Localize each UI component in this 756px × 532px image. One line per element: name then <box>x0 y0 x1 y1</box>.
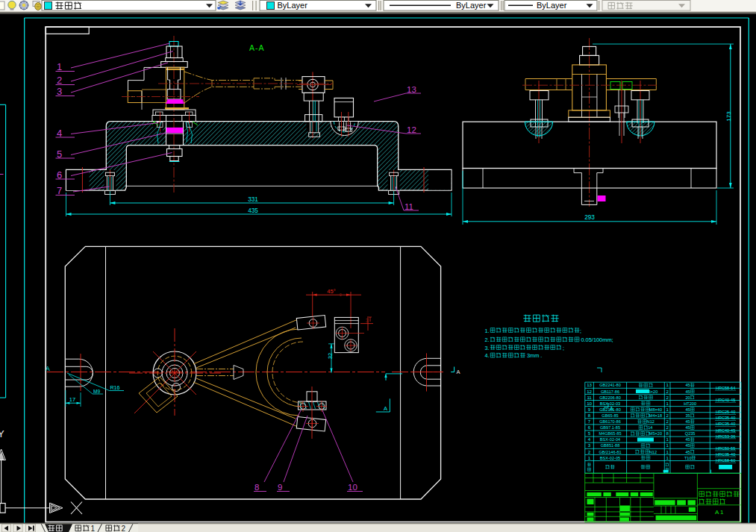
svg-text:9: 9 <box>588 407 591 412</box>
svg-text:4: 4 <box>57 128 62 139</box>
svg-text:HRC40-45: HRC40-45 <box>716 398 735 402</box>
svg-text:12: 12 <box>587 389 592 394</box>
svg-text:435: 435 <box>248 207 258 214</box>
svg-text:A: A <box>384 405 387 412</box>
svg-text:1: 1 <box>666 442 669 448</box>
svg-text:7: 7 <box>588 419 591 424</box>
svg-text:45°: 45° <box>327 288 335 295</box>
svg-text:13: 13 <box>407 85 416 94</box>
svg-text:10: 10 <box>348 483 357 492</box>
svg-text:45: 45 <box>685 419 690 424</box>
svg-text:32: 32 <box>327 353 334 359</box>
svg-text:BSX-02-03: BSX-02-03 <box>600 401 620 406</box>
svg-text:8: 8 <box>588 413 591 418</box>
svg-text:M4GB65-85: M4GB65-85 <box>599 431 621 436</box>
svg-text:45: 45 <box>685 407 690 412</box>
svg-text:13: 13 <box>587 382 592 387</box>
svg-text:1: 1 <box>588 455 591 460</box>
svg-text:5: 5 <box>588 431 591 436</box>
svg-text:9: 9 <box>278 483 282 492</box>
svg-text:BSX-02-04: BSX-02-04 <box>600 437 620 442</box>
svg-text:1: 1 <box>666 436 669 442</box>
svg-text:11: 11 <box>404 202 413 211</box>
svg-text:A: A <box>457 369 460 375</box>
svg-text:HRC58-64: HRC58-64 <box>716 386 735 390</box>
svg-text:ByLayer: ByLayer <box>537 1 567 10</box>
svg-text:17: 17 <box>69 396 75 403</box>
svg-text:2: 2 <box>57 75 62 86</box>
svg-text:ByLayer: ByLayer <box>456 1 487 10</box>
svg-text:3mm .: 3mm . <box>527 352 543 359</box>
svg-text:5: 5 <box>57 148 62 160</box>
svg-text:HRC35-40: HRC35-40 <box>716 422 735 426</box>
svg-text:HRC35-40: HRC35-40 <box>716 416 735 420</box>
svg-text:HRC25-40: HRC25-40 <box>716 410 735 414</box>
svg-text:45: 45 <box>685 425 690 430</box>
svg-text:45: 45 <box>685 450 690 454</box>
svg-text:14: 14 <box>648 425 652 430</box>
svg-text:45: 45 <box>685 383 690 387</box>
svg-text:1: 1 <box>666 401 669 406</box>
svg-text:M5×20: M5×20 <box>649 431 662 436</box>
svg-text:GB6170-86: GB6170-86 <box>599 419 621 424</box>
svg-text:HRC58-60: HRC58-60 <box>716 458 735 463</box>
svg-text:T10: T10 <box>684 456 692 460</box>
svg-text:N12: N12 <box>649 450 657 454</box>
svg-text:A 1: A 1 <box>715 509 724 516</box>
svg-text:293: 293 <box>584 214 595 221</box>
svg-text:4.: 4. <box>485 352 490 359</box>
svg-text:2: 2 <box>666 395 669 400</box>
svg-text:HRC53-36: HRC53-36 <box>716 434 735 439</box>
svg-text:2: 2 <box>666 425 669 430</box>
svg-text:GB117-86: GB117-86 <box>601 389 619 394</box>
svg-text:HT200: HT200 <box>684 401 696 406</box>
svg-text:35: 35 <box>685 413 690 418</box>
svg-text:A: A <box>46 365 50 372</box>
svg-text:12: 12 <box>407 125 416 134</box>
svg-text:6: 6 <box>57 169 62 181</box>
svg-text:2: 2 <box>666 419 669 424</box>
svg-text:BSX-02-05: BSX-02-05 <box>600 456 620 460</box>
svg-text:GB97.1-85: GB97.1-85 <box>600 425 620 430</box>
svg-text:8: 8 <box>666 431 669 436</box>
svg-text:GB2161-80: GB2161-80 <box>599 407 621 412</box>
svg-text:R16: R16 <box>110 385 120 390</box>
svg-text:3: 3 <box>588 442 591 448</box>
svg-text:GB/2146-81: GB/2146-81 <box>599 450 621 454</box>
svg-text:2: 2 <box>122 525 126 532</box>
svg-text:3: 3 <box>57 86 62 97</box>
svg-text:10: 10 <box>587 401 592 406</box>
svg-text:4: 4 <box>588 436 591 442</box>
svg-text:GB65-85: GB65-85 <box>602 413 618 418</box>
svg-text:3: 3 <box>366 318 369 323</box>
svg-text:A-A: A-A <box>249 43 265 52</box>
svg-text:45: 45 <box>685 443 690 448</box>
svg-text:6: 6 <box>588 425 591 430</box>
svg-text:3.: 3. <box>485 345 490 351</box>
svg-text:GB2206-80: GB2206-80 <box>599 395 621 400</box>
svg-text:Y: Y <box>0 428 4 439</box>
svg-text:M4×18: M4×18 <box>649 413 662 418</box>
svg-text:1: 1 <box>666 382 669 387</box>
svg-text:20: 20 <box>685 395 690 400</box>
svg-text:M9: M9 <box>93 389 100 394</box>
svg-text:331: 331 <box>248 196 258 203</box>
svg-text:1: 1 <box>666 407 669 412</box>
svg-text:1.: 1. <box>485 328 490 334</box>
svg-text:11: 11 <box>587 395 592 400</box>
svg-text:GB2241-80: GB2241-80 <box>599 383 621 387</box>
svg-text:173: 173 <box>725 111 732 122</box>
svg-text:0.05/100mm;: 0.05/100mm; <box>581 337 613 343</box>
svg-text:Q235: Q235 <box>685 431 696 436</box>
svg-text:45: 45 <box>685 389 690 394</box>
svg-text:45: 45 <box>685 437 690 442</box>
svg-text:GB851-88: GB851-88 <box>601 443 620 448</box>
svg-text:2: 2 <box>588 449 591 454</box>
svg-text:7: 7 <box>57 185 62 196</box>
svg-text:1: 1 <box>666 455 669 460</box>
svg-text:2: 2 <box>666 389 669 394</box>
svg-text:8: 8 <box>254 483 259 492</box>
svg-text:1: 1 <box>91 525 96 532</box>
svg-text:HRC50-55: HRC50-55 <box>716 446 735 451</box>
svg-text:;: ; <box>580 328 581 334</box>
